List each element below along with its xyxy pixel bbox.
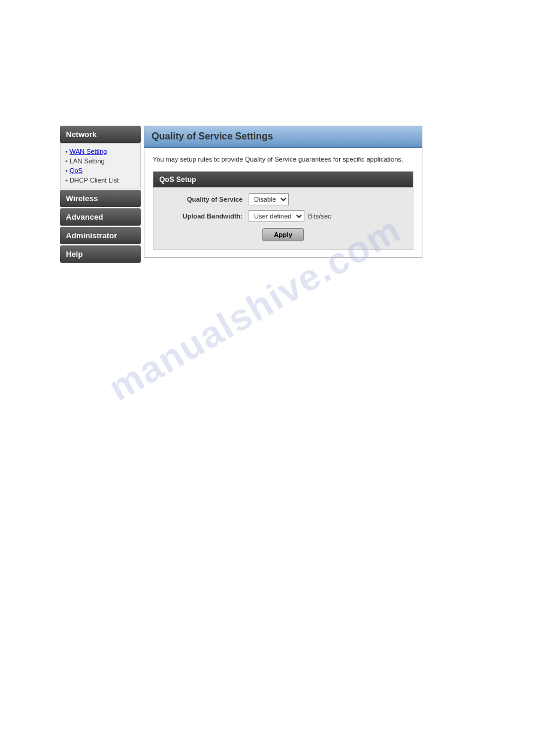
qos-setup-container: QoS Setup Quality of Service Disable Ena…: [153, 171, 413, 250]
wireless-button[interactable]: Wireless: [60, 190, 141, 207]
advanced-button[interactable]: Advanced: [60, 208, 141, 226]
bits-label: Bits/sec: [308, 212, 331, 220]
apply-row: Apply: [162, 228, 404, 241]
main-body: You may setup rules to provide Quality o…: [144, 148, 422, 257]
wireless-section: Wireless: [60, 190, 141, 207]
qos-link[interactable]: QoS: [69, 167, 83, 174]
sidebar-item-qos[interactable]: QoS: [65, 166, 135, 175]
upload-bandwidth-row: Upload Bandwidth: User defined 256 Kbps …: [162, 210, 404, 222]
sidebar-item-dhcp-client-list[interactable]: DHCP Client List: [65, 175, 135, 185]
sidebar-item-wan-setting[interactable]: WAN Setting: [65, 147, 135, 156]
qos-setup-body: Quality of Service Disable Enable Upload…: [153, 187, 413, 250]
network-header: Network: [60, 126, 141, 143]
upload-bandwidth-control: User defined 256 Kbps 512 Kbps 1 Mbps 2 …: [249, 210, 331, 222]
quality-of-service-label: Quality of Service: [162, 196, 249, 203]
description-text: You may setup rules to provide Quality o…: [153, 155, 413, 164]
network-items: WAN Setting LAN Setting QoS DHCP Client …: [60, 143, 141, 189]
administrator-button[interactable]: Administrator: [60, 227, 141, 244]
apply-button[interactable]: Apply: [262, 228, 304, 241]
page-title: Quality of Service Settings: [152, 131, 273, 141]
network-section: Network WAN Setting LAN Setting QoS DHCP…: [60, 126, 141, 189]
upload-bandwidth-select[interactable]: User defined 256 Kbps 512 Kbps 1 Mbps 2 …: [249, 210, 304, 222]
quality-of-service-row: Quality of Service Disable Enable: [162, 193, 404, 205]
help-section: Help: [60, 245, 141, 263]
upload-bandwidth-label: Upload Bandwidth:: [162, 212, 249, 220]
wan-setting-link[interactable]: WAN Setting: [69, 148, 107, 155]
advanced-section: Advanced: [60, 208, 141, 226]
administrator-section: Administrator: [60, 227, 141, 244]
main-content: Quality of Service Settings You may setu…: [144, 126, 422, 258]
quality-of-service-control: Disable Enable: [249, 193, 289, 205]
main-header: Quality of Service Settings: [144, 126, 422, 148]
qos-setup-header: QoS Setup: [153, 172, 413, 187]
quality-of-service-select[interactable]: Disable Enable: [249, 193, 289, 205]
help-button[interactable]: Help: [60, 245, 141, 263]
sidebar: Network WAN Setting LAN Setting QoS DHCP…: [60, 126, 141, 264]
sidebar-item-lan-setting[interactable]: LAN Setting: [65, 156, 135, 166]
